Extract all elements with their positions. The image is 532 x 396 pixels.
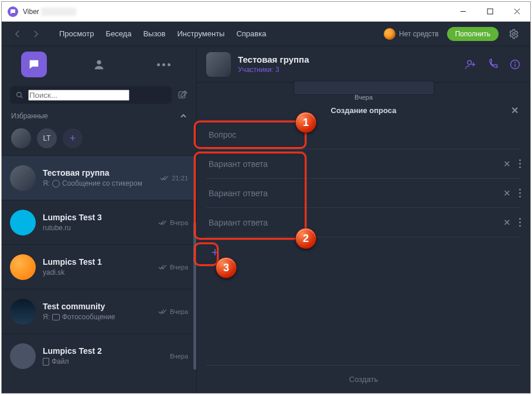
chat-list: Тестовая группаЯ:Сообщение со стикером21… xyxy=(2,155,196,393)
chat-item-meta: 21:21 xyxy=(160,175,188,182)
window-maximize-button[interactable] xyxy=(476,2,503,22)
read-checks-icon xyxy=(160,175,169,181)
svg-point-5 xyxy=(97,60,101,64)
chat-item-avatar xyxy=(10,254,36,280)
compose-button[interactable] xyxy=(178,90,188,100)
poll-option-input[interactable] xyxy=(206,214,503,231)
poll-question-field[interactable] xyxy=(206,120,521,149)
option-remove-button[interactable]: ✕ xyxy=(503,188,511,199)
topup-button[interactable]: Пополнить xyxy=(447,27,499,41)
chat-item-meta: Вчера xyxy=(158,264,188,271)
svg-point-4 xyxy=(513,32,516,35)
chat-list-item[interactable]: Lumpics Test 1yadi.skВчера xyxy=(2,244,196,289)
svg-line-7 xyxy=(21,96,22,98)
svg-point-6 xyxy=(17,92,22,97)
read-checks-icon xyxy=(158,220,168,226)
chat-list-item[interactable]: Lumpics Test 2ФайлВчера xyxy=(2,333,196,378)
favorites-header[interactable]: Избранные xyxy=(2,107,196,125)
read-checks-icon xyxy=(158,264,168,270)
balance-icon xyxy=(384,28,395,40)
chat-item-title: Тестовая группа xyxy=(43,168,160,177)
message-strip: Вчера xyxy=(197,83,530,100)
balance-indicator[interactable]: Нет средств xyxy=(384,28,439,40)
chat-item-subtitle: yadi.sk xyxy=(43,268,158,276)
camera-icon xyxy=(52,314,60,320)
chat-item-meta: Вчера xyxy=(170,353,188,360)
menu-help[interactable]: Справка xyxy=(236,29,266,38)
chat-list-item[interactable]: Тестовая группаЯ:Сообщение со стикером21… xyxy=(2,155,196,200)
window-title: Viber xyxy=(23,8,39,16)
option-remove-button[interactable]: ✕ xyxy=(503,217,511,228)
chat-item-title: Lumpics Test 1 xyxy=(43,257,158,267)
tab-more[interactable] xyxy=(151,52,177,77)
favorites-label: Избранные xyxy=(11,112,48,120)
call-icon[interactable] xyxy=(487,59,499,70)
chat-item-subtitle: Я:Сообщение со стикером xyxy=(43,179,160,187)
chat-item-avatar xyxy=(10,210,36,235)
settings-button[interactable] xyxy=(503,29,524,39)
favorite-contact[interactable] xyxy=(11,128,31,148)
chat-title: Тестовая группа xyxy=(238,54,465,64)
menu-chat[interactable]: Беседа xyxy=(105,29,131,38)
sidebar: Избранные LT + Тестовая группаЯ:Сообщени… xyxy=(2,46,197,393)
poll-close-button[interactable]: ✕ xyxy=(511,105,519,116)
chat-item-title: Lumpics Test 3 xyxy=(43,213,158,222)
svg-rect-8 xyxy=(179,92,185,98)
add-member-icon[interactable] xyxy=(465,59,476,70)
chat-content: Тестовая группа Участники: 3 Вчера xyxy=(197,46,530,393)
chat-item-avatar xyxy=(10,343,36,369)
option-drag-handle[interactable] xyxy=(519,218,521,227)
option-drag-handle[interactable] xyxy=(519,159,521,168)
chat-item-avatar xyxy=(10,299,36,325)
menu-view[interactable]: Просмотр xyxy=(59,29,94,38)
menu-call[interactable]: Вызов xyxy=(143,29,165,38)
scrollbar-thumb[interactable] xyxy=(193,222,196,370)
poll-option-row[interactable]: ✕ xyxy=(206,179,521,208)
chat-item-title: Lumpics Test 2 xyxy=(43,346,170,356)
window-minimize-button[interactable] xyxy=(449,2,476,22)
chat-members[interactable]: Участники: 3 xyxy=(238,66,465,74)
poll-panel-title: Создание опроса xyxy=(331,106,397,115)
poll-option-row[interactable]: ✕ xyxy=(206,208,521,237)
chat-item-title: Test community xyxy=(43,302,158,311)
balance-label: Нет средств xyxy=(399,30,439,38)
svg-point-14 xyxy=(515,62,516,63)
tab-contacts[interactable] xyxy=(86,52,112,77)
chat-item-meta: Вчера xyxy=(158,308,188,315)
poll-create-button[interactable]: Создать xyxy=(206,365,521,393)
menu-tools[interactable]: Инструменты xyxy=(177,29,224,38)
viber-logo-icon xyxy=(8,6,18,17)
svg-point-9 xyxy=(468,60,472,64)
search-input[interactable] xyxy=(10,86,172,104)
poll-option-row[interactable]: ✕ xyxy=(206,149,521,179)
window-close-button[interactable] xyxy=(503,2,530,22)
chat-header: Тестовая группа Участники: 3 xyxy=(197,46,530,83)
menubar: Просмотр Беседа Вызов Инструменты Справк… xyxy=(2,22,530,46)
poll-question-input[interactable] xyxy=(206,127,521,143)
nav-forward-button[interactable] xyxy=(28,26,44,42)
chat-avatar[interactable] xyxy=(206,52,231,77)
poll-add-option-button[interactable]: + xyxy=(206,244,224,261)
option-drag-handle[interactable] xyxy=(519,189,521,197)
chat-list-item[interactable]: Lumpics Test 3rutube.ruВчера xyxy=(2,200,196,244)
option-remove-button[interactable]: ✕ xyxy=(503,159,511,169)
chat-item-subtitle: Файл xyxy=(43,357,170,366)
chat-item-subtitle: rutube.ru xyxy=(43,224,158,232)
poll-option-input[interactable] xyxy=(206,185,503,202)
chat-list-item[interactable]: Test communityЯ:ФотосообщениеВчера xyxy=(2,289,196,333)
smiley-icon xyxy=(52,180,60,187)
favorite-add-button[interactable]: + xyxy=(63,128,83,148)
info-icon[interactable] xyxy=(509,59,521,70)
search-field[interactable] xyxy=(28,90,129,101)
poll-create-panel: Создание опроса ✕ ✕ xyxy=(197,100,530,393)
read-checks-icon xyxy=(158,309,168,315)
chat-item-subtitle: Я:Фотосообщение xyxy=(43,313,158,321)
chevron-up-icon xyxy=(180,112,187,120)
svg-rect-1 xyxy=(487,9,493,14)
favorite-contact[interactable]: LT xyxy=(37,128,57,148)
window-titlebar: Viber xyxy=(2,2,530,22)
tab-chats[interactable] xyxy=(21,52,47,77)
nav-back-button[interactable] xyxy=(9,26,25,42)
poll-option-input[interactable] xyxy=(206,156,503,172)
window-title-blur xyxy=(41,8,76,16)
